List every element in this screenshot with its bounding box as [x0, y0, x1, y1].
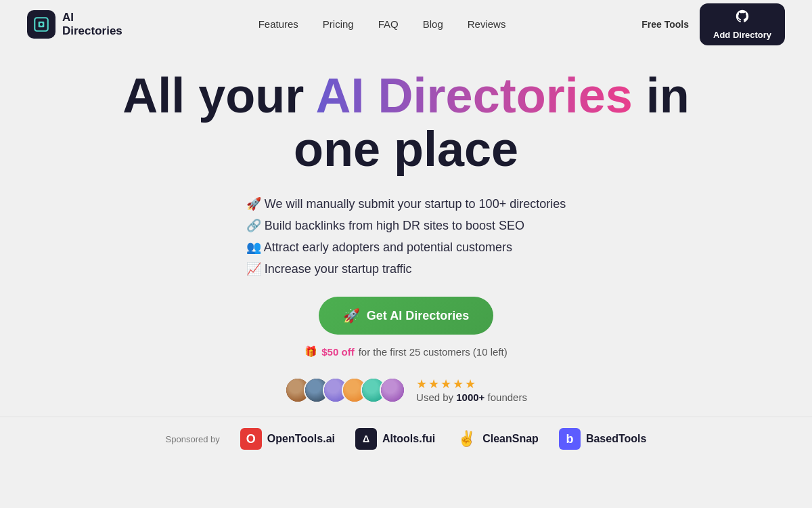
offer-text: for the first 25 customers (10 left) [359, 346, 508, 358]
founders-suffix: founders [488, 391, 527, 403]
cta-label: Get AI Directories [367, 309, 469, 323]
hero-section: All your AI Directories inone place 🚀 We… [0, 49, 812, 417]
aitools-logo: Δ [355, 428, 377, 450]
founder-avatars [285, 377, 405, 403]
nav-link-features[interactable]: Features [258, 18, 298, 30]
brand-logo-link[interactable]: AI Directories [27, 10, 122, 39]
nav-link-pricing[interactable]: Pricing [323, 18, 354, 30]
cta-rocket-icon: 🚀 [343, 308, 360, 324]
offer-gift-icon: 🎁 [304, 345, 317, 358]
hero-features-list: 🚀 We will manually submit your startup t… [246, 196, 566, 276]
navbar: AI Directories Features Pricing FAQ Blog… [0, 0, 812, 49]
add-directory-button[interactable]: Add Directory [700, 3, 785, 45]
hero-offer: 🎁 $50 off for the first 25 customers (10… [304, 345, 507, 358]
hero-title: All your AI Directories inone place [122, 69, 690, 176]
sponsor-basedtools: b BasedTools [559, 428, 647, 450]
feature-item-1: 🔗 Build backlinks from high DR sites to … [246, 218, 566, 233]
nav-right: Free Tools Add Directory [641, 3, 785, 45]
free-tools-label: Free Tools [641, 19, 689, 30]
brand-logo-icon [27, 10, 55, 39]
founders-count: 1000+ [456, 391, 484, 403]
nav-link-blog[interactable]: Blog [423, 18, 443, 30]
star-5: ★ [465, 377, 476, 391]
nav-link-faq[interactable]: FAQ [378, 18, 399, 30]
hero-title-gradient: AI Directories [316, 68, 633, 123]
founders-count-text: Used by 1000+ founders [416, 391, 527, 403]
sponsored-by-label: Sponsored by [166, 434, 220, 444]
get-ai-directories-button[interactable]: 🚀 Get AI Directories [319, 297, 493, 335]
feature-item-3: 📈 Increase your startup traffic [246, 261, 566, 276]
sponsor-cleansnap: ✌️ CleanSnap [455, 428, 539, 450]
star-2: ★ [428, 377, 439, 391]
opentools-logo: O [240, 428, 262, 450]
offer-amount: $50 off [321, 346, 354, 358]
aitools-name: AItools.fui [382, 433, 435, 445]
used-by-prefix: Used by [416, 391, 453, 403]
feature-item-0: 🚀 We will manually submit your startup t… [246, 196, 566, 211]
cleansnap-logo: ✌️ [455, 428, 477, 450]
hero-title-plain: All your [122, 68, 304, 123]
brand-name: AI Directories [62, 11, 122, 39]
opentools-name: OpenTools.ai [267, 433, 335, 445]
star-3: ★ [441, 377, 451, 391]
basedtools-logo: b [559, 428, 581, 450]
cleansnap-name: CleanSnap [482, 433, 539, 445]
star-1: ★ [416, 377, 427, 391]
social-proof: ★ ★ ★ ★ ★ Used by 1000+ founders [285, 377, 527, 403]
svg-point-2 [40, 23, 43, 26]
nav-link-reviews[interactable]: Reviews [468, 18, 506, 30]
sponsor-opentools: O OpenTools.ai [240, 428, 335, 450]
sponsors-bar: Sponsored by O OpenTools.ai Δ AItools.fu… [0, 417, 812, 461]
sponsor-aitools: Δ AItools.fui [355, 428, 435, 450]
feature-item-2: 👥 Attract early adopters and potential c… [246, 240, 566, 255]
star-4: ★ [453, 377, 464, 391]
add-directory-label: Add Directory [713, 30, 771, 40]
basedtools-name: BasedTools [586, 433, 647, 445]
github-icon [735, 9, 750, 27]
rating-stars-container: ★ ★ ★ ★ ★ Used by 1000+ founders [416, 377, 527, 403]
avatar-6 [380, 377, 405, 403]
nav-links: Features Pricing FAQ Blog Reviews [258, 18, 506, 30]
star-rating: ★ ★ ★ ★ ★ [416, 377, 527, 391]
